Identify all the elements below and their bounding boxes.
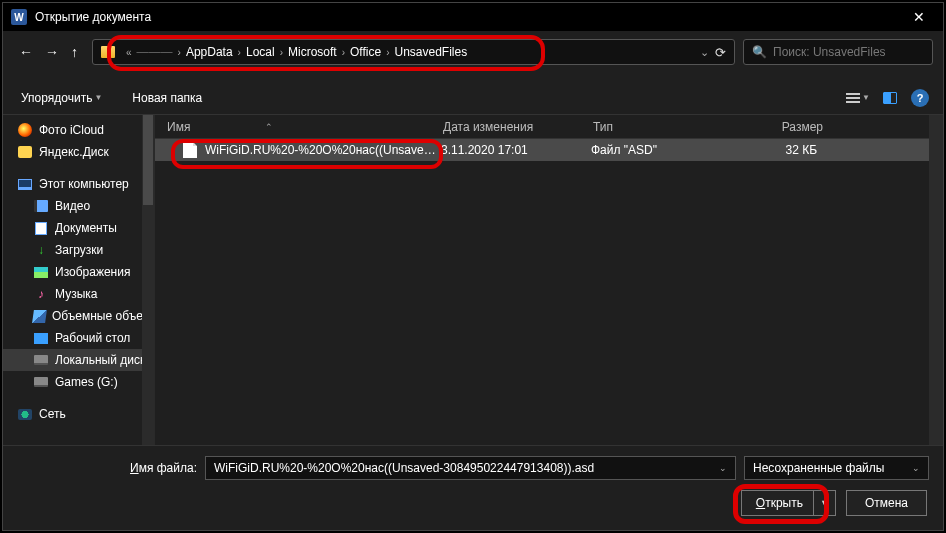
col-name[interactable]: ⌃ Имя (183, 120, 443, 134)
view-icons: ▼ ? (847, 89, 929, 107)
filename-input[interactable]: WiFiGiD.RU%20-%20О%20нас((Unsaved-308495… (205, 456, 736, 480)
chevron-icon: › (342, 47, 345, 58)
new-folder-button[interactable]: Новая папка (128, 89, 206, 107)
col-size[interactable]: Размер (733, 120, 823, 134)
word-icon: W (11, 9, 27, 25)
crumb-hidden[interactable]: ——— (137, 45, 173, 59)
nav-arrows: ← → ↑ (19, 44, 78, 60)
preview-pane-button[interactable] (879, 89, 901, 107)
dl-icon: ↓ (33, 243, 49, 257)
sidebar-item-label: Сеть (39, 407, 66, 421)
desk-icon (33, 331, 49, 345)
chevron-icon: › (386, 47, 389, 58)
chevron-down-icon[interactable]: ⌄ (719, 463, 727, 473)
pc-icon (17, 177, 33, 191)
yd-icon (17, 145, 33, 159)
sidebar-scrollbar[interactable] (142, 115, 154, 445)
organize-button[interactable]: Упорядочить▼ (17, 89, 106, 107)
close-button[interactable]: ✕ (899, 3, 939, 31)
crumb-unsavedfiles[interactable]: UnsavedFiles (394, 45, 467, 59)
sidebar-item-label: Изображения (55, 265, 130, 279)
refresh-button[interactable]: ⟳ (715, 45, 726, 60)
sidebar-item-label: Яндекс.Диск (39, 145, 109, 159)
sidebar: Фото iCloudЯндекс.ДискЭтот компьютерВиде… (3, 115, 155, 445)
sidebar-item-label: Games (G:) (55, 375, 118, 389)
sidebar-item[interactable]: Этот компьютер (3, 173, 154, 195)
sidebar-item[interactable]: Games (G:) (3, 371, 154, 393)
titlebar: W Открытие документа ✕ (3, 3, 943, 31)
chevron-down-icon[interactable]: ⌄ (700, 46, 709, 59)
dialog-body: Фото iCloudЯндекс.ДискЭтот компьютерВиде… (3, 115, 943, 445)
forward-button[interactable]: → (45, 44, 59, 60)
toolbar: Упорядочить▼ Новая папка ▼ ? (3, 81, 943, 115)
crumb-office[interactable]: Office (350, 45, 381, 59)
doc-icon (33, 221, 49, 235)
sidebar-item[interactable]: Документы (3, 217, 154, 239)
sidebar-item-label: Этот компьютер (39, 177, 129, 191)
disk-icon (33, 375, 49, 389)
vid-icon (33, 199, 49, 213)
cancel-button[interactable]: Отмена (846, 490, 927, 516)
col-date[interactable]: Дата изменения (443, 120, 593, 134)
filename-value: WiFiGiD.RU%20-%20О%20нас((Unsaved-308495… (214, 461, 594, 475)
file-type-filter[interactable]: Несохраненные файлы ⌄ (744, 456, 929, 480)
view-list-button[interactable]: ▼ (847, 89, 869, 107)
sidebar-item-label: Фото iCloud (39, 123, 104, 137)
chevron-icon: › (238, 47, 241, 58)
folder-icon (101, 46, 115, 58)
file-name: WiFiGiD.RU%20-%20О%20нас((Unsaved-… (205, 143, 441, 157)
file-icon (183, 142, 197, 158)
disk-icon (33, 353, 49, 367)
button-row: Открыть ▼ Отмена (17, 490, 929, 516)
help-button[interactable]: ? (911, 89, 929, 107)
open-file-dialog: W Открытие документа ✕ ← → ↑ « ——— › App… (2, 2, 944, 531)
file-row[interactable]: WiFiGiD.RU%20-%20О%20нас((Unsaved-… 3.11… (155, 139, 943, 161)
sidebar-item[interactable]: Яндекс.Диск (3, 141, 154, 163)
sidebar-item[interactable]: Сеть (3, 403, 154, 425)
crumb-microsoft[interactable]: Microsoft (288, 45, 337, 59)
dialog-title: Открытие документа (35, 10, 899, 24)
footer: Имя файла: WiFiGiD.RU%20-%20О%20нас((Uns… (3, 445, 943, 530)
mus-icon: ♪ (33, 287, 49, 301)
sidebar-item[interactable]: ↓Загрузки (3, 239, 154, 261)
sidebar-item[interactable]: Видео (3, 195, 154, 217)
sidebar-item[interactable]: Изображения (3, 261, 154, 283)
file-area: ⌃ Имя Дата изменения Тип Размер WiFiGiD.… (155, 115, 943, 445)
crumb-local[interactable]: Local (246, 45, 275, 59)
chevron-icon: › (280, 47, 283, 58)
sidebar-item-label: Загрузки (55, 243, 103, 257)
filename-label: Имя файла: (17, 461, 197, 475)
sidebar-item[interactable]: Объемные объекты (3, 305, 154, 327)
sort-up-icon: ⌃ (265, 122, 273, 132)
sidebar-item-label: Музыка (55, 287, 97, 301)
file-size: 32 КБ (731, 143, 821, 157)
file-date: 3.11.2020 17:01 (441, 143, 591, 157)
back-button[interactable]: ← (19, 44, 33, 60)
search-input[interactable]: 🔍 Поиск: UnsavedFiles (743, 39, 933, 65)
column-headers[interactable]: ⌃ Имя Дата изменения Тип Размер (155, 115, 943, 139)
3d-icon (33, 309, 46, 323)
up-button[interactable]: ↑ (71, 44, 78, 60)
sidebar-item[interactable]: Рабочий стол (3, 327, 154, 349)
net-icon (17, 407, 33, 421)
nav-row: ← → ↑ « ——— › AppData › Local › Microsof… (3, 31, 943, 67)
sidebar-item-label: Рабочий стол (55, 331, 130, 345)
file-scrollbar[interactable] (929, 115, 943, 445)
chevron-icon: › (178, 47, 181, 58)
sidebar-item[interactable]: Фото iCloud (3, 119, 154, 141)
sidebar-item[interactable]: ♪Музыка (3, 283, 154, 305)
col-type[interactable]: Тип (593, 120, 733, 134)
open-button[interactable]: Открыть ▼ (741, 490, 836, 516)
address-bar[interactable]: « ——— › AppData › Local › Microsoft › Of… (92, 39, 735, 65)
file-type: Файл "ASD" (591, 143, 731, 157)
chevron-icon: « (126, 47, 132, 58)
open-dropdown[interactable]: ▼ (813, 491, 835, 515)
crumb-appdata[interactable]: AppData (186, 45, 233, 59)
sidebar-item-label: Документы (55, 221, 117, 235)
chevron-down-icon: ⌄ (912, 463, 920, 473)
sidebar-item[interactable]: Локальный диск (3, 349, 154, 371)
cloud-icon (17, 123, 33, 137)
sidebar-item-label: Видео (55, 199, 90, 213)
search-placeholder: Поиск: UnsavedFiles (773, 45, 886, 59)
search-icon: 🔍 (752, 45, 767, 59)
